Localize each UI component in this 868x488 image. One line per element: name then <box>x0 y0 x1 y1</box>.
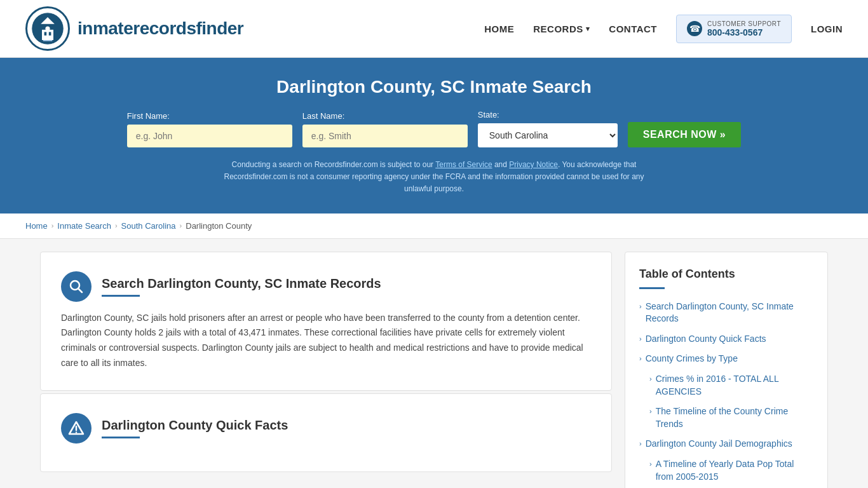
section1-body: Darlington County, SC jails hold prisone… <box>61 311 591 371</box>
toc-item-7[interactable]: › A Timeline of Yearly Data Pop Total fr… <box>649 458 813 483</box>
search-button[interactable]: SEARCH NOW » <box>628 122 741 147</box>
nav-home[interactable]: HOME <box>484 24 514 34</box>
section2-title: Darlington County Quick Facts <box>102 418 288 433</box>
svg-rect-4 <box>44 32 47 35</box>
breadcrumb-south-carolina[interactable]: South Carolina <box>121 221 176 231</box>
main-nav: HOME RECORDS ▾ CONTACT ☎ CUSTOMER SUPPOR… <box>484 15 843 43</box>
toc-link-6[interactable]: Darlington County Jail Demographics <box>646 438 792 451</box>
state-group: State: South Carolina <box>478 110 618 147</box>
customer-support[interactable]: ☎ CUSTOMER SUPPORT 800-433-0567 <box>676 15 792 43</box>
first-name-group: First Name: <box>127 111 292 147</box>
toc-item-3[interactable]: › County Crimes by Type <box>639 353 813 365</box>
support-label: CUSTOMER SUPPORT <box>707 20 781 27</box>
logo-text: inmaterecordsfinder <box>78 18 243 39</box>
toc-link-3[interactable]: County Crimes by Type <box>646 353 738 365</box>
nav-login[interactable]: LOGIN <box>811 24 843 34</box>
warning-icon <box>61 413 92 444</box>
logo-circle <box>25 6 70 51</box>
first-name-input[interactable] <box>127 125 292 147</box>
search-icon <box>61 271 92 302</box>
main-content: Search Darlington County, SC Inmate Reco… <box>27 252 841 488</box>
content-left: Search Darlington County, SC Inmate Reco… <box>40 252 612 488</box>
toc-item-2[interactable]: › Darlington County Quick Facts <box>639 333 813 346</box>
section-quick-facts: Darlington County Quick Facts <box>40 393 612 472</box>
breadcrumb-sep-1: › <box>51 222 54 229</box>
chevron-right-icon: › <box>639 355 642 362</box>
chevron-right-icon: › <box>649 375 652 383</box>
breadcrumb-current: Darlington County <box>186 221 252 231</box>
hero-title: Darlington County, SC Inmate Search <box>25 77 843 97</box>
last-name-group: Last Name: <box>302 111 468 147</box>
toc-link-1[interactable]: Search Darlington County, SC Inmate Reco… <box>646 301 813 325</box>
toc-link-7[interactable]: A Timeline of Yearly Data Pop Total from… <box>656 458 813 483</box>
site-header: inmaterecordsfinder HOME RECORDS ▾ CONTA… <box>0 0 868 58</box>
content-right: Table of Contents › Search Darlington Co… <box>625 252 828 488</box>
toc-item-6[interactable]: › Darlington County Jail Demographics <box>639 438 813 451</box>
chevron-right-icon: › <box>639 335 642 342</box>
toc-item-4[interactable]: › Crimes % in 2016 - TOTAL ALL AGENCIES <box>649 373 813 398</box>
svg-point-11 <box>76 431 77 433</box>
breadcrumb-inmate-search[interactable]: Inmate Search <box>57 221 111 231</box>
chevron-down-icon: ▾ <box>586 25 590 33</box>
toc-link-5[interactable]: The Timeline of the County Crime Trends <box>656 405 813 430</box>
toc-link-4[interactable]: Crimes % in 2016 - TOTAL ALL AGENCIES <box>656 373 813 398</box>
chevron-right-icon: › <box>639 440 642 447</box>
hero-disclaimer: Conducting a search on Recordsfinder.com… <box>212 159 656 196</box>
svg-rect-1 <box>42 30 53 40</box>
section2-header: Darlington County Quick Facts <box>61 413 591 444</box>
section2-underline <box>102 437 140 438</box>
toc-box: Table of Contents › Search Darlington Co… <box>625 252 828 488</box>
chevron-right-icon: › <box>649 407 652 415</box>
hero-section: Darlington County, SC Inmate Search Firs… <box>0 58 868 214</box>
nav-contact[interactable]: CONTACT <box>609 24 657 34</box>
privacy-link[interactable]: Privacy Notice <box>509 160 558 169</box>
tos-link[interactable]: Terms of Service <box>435 160 492 169</box>
toc-link-2[interactable]: Darlington County Quick Facts <box>646 333 766 346</box>
section1-title: Search Darlington County, SC Inmate Reco… <box>102 276 381 291</box>
toc-divider <box>639 287 665 289</box>
chevron-right-icon: › <box>639 302 642 310</box>
logo-area: inmaterecordsfinder <box>25 6 243 51</box>
state-label: State: <box>478 110 499 119</box>
state-select[interactable]: South Carolina <box>478 123 618 147</box>
first-name-label: First Name: <box>127 111 170 121</box>
breadcrumb-sep-2: › <box>115 222 118 229</box>
chevron-right-icon: › <box>649 460 652 468</box>
toc-item-1[interactable]: › Search Darlington County, SC Inmate Re… <box>639 301 813 325</box>
breadcrumb-home[interactable]: Home <box>25 221 48 231</box>
svg-rect-5 <box>49 32 51 35</box>
svg-line-8 <box>79 288 83 292</box>
section1-underline <box>102 295 140 297</box>
section-inmate-records: Search Darlington County, SC Inmate Reco… <box>40 252 612 391</box>
last-name-input[interactable] <box>302 125 468 147</box>
breadcrumb-sep-3: › <box>180 222 182 229</box>
support-number: 800-433-0567 <box>707 27 781 37</box>
svg-rect-6 <box>43 40 52 41</box>
search-form: First Name: Last Name: State: South Caro… <box>25 110 843 147</box>
section1-header: Search Darlington County, SC Inmate Reco… <box>61 271 591 302</box>
breadcrumb: Home › Inmate Search › South Carolina › … <box>0 214 868 239</box>
last-name-label: Last Name: <box>302 111 344 121</box>
toc-item-5[interactable]: › The Timeline of the County Crime Trend… <box>649 405 813 430</box>
nav-records[interactable]: RECORDS ▾ <box>533 24 590 34</box>
headset-icon: ☎ <box>687 21 702 36</box>
svg-rect-2 <box>45 26 50 30</box>
toc-title: Table of Contents <box>639 268 813 281</box>
